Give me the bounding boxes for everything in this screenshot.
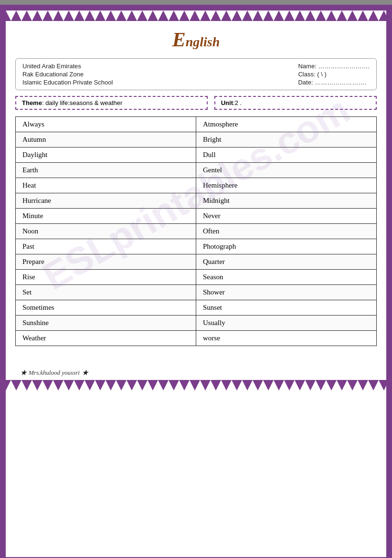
- vocab-word-right: Dull: [196, 147, 377, 163]
- vocab-word-right: worse: [196, 331, 377, 346]
- table-row: AlwaysAtmosphere: [16, 117, 377, 132]
- top-border: [6, 11, 386, 21]
- star-icon-right: ★: [82, 368, 88, 377]
- info-line-3: Islamic Education Private School: [22, 79, 113, 86]
- info-class: Class: ( \ ): [298, 71, 370, 78]
- theme-value: daily life:seasons & weather: [44, 99, 123, 106]
- unit-value: 2 .: [235, 99, 242, 106]
- vocab-word-left: Minute: [16, 209, 196, 224]
- info-line-2: Rak Educational Zone: [22, 71, 113, 78]
- bottom-border: [6, 380, 386, 390]
- info-box: United Arab Emirates Rak Educational Zon…: [15, 58, 377, 90]
- unit-box: Unit:2 .: [214, 96, 377, 110]
- header-letter: E: [172, 29, 186, 51]
- vocab-word-left: Autumn: [16, 132, 196, 147]
- theme-box: Theme: daily life:seasons & weather: [15, 96, 208, 110]
- table-row: NoonOften: [16, 224, 377, 239]
- vocab-word-right: Bright: [196, 132, 377, 147]
- info-name: Name: …………………….: [298, 63, 370, 70]
- table-row: DaylightDull: [16, 147, 377, 163]
- vocab-word-right: Photograph: [196, 239, 377, 254]
- vocab-word-left: Weather: [16, 331, 196, 346]
- vocab-word-right: Season: [196, 270, 377, 285]
- vocab-word-left: Hurricane: [16, 193, 196, 209]
- vocabulary-table: AlwaysAtmosphereAutumnBrightDaylightDull…: [15, 116, 377, 346]
- table-row: PrepareQuarter: [16, 254, 377, 270]
- vocab-word-left: Always: [16, 117, 196, 132]
- page: ESLprintables.com English United Arab Em…: [0, 5, 392, 558]
- info-left: United Arab Emirates Rak Educational Zon…: [22, 63, 113, 86]
- vocab-word-left: Sunshine: [16, 316, 196, 331]
- vocab-word-left: Noon: [16, 224, 196, 239]
- table-row: SometimesSunset: [16, 300, 377, 316]
- vocab-word-left: Rise: [16, 270, 196, 285]
- vocab-word-left: Prepare: [16, 254, 196, 270]
- vocab-word-right: Never: [196, 209, 377, 224]
- footer: ★ Mrs.khulood youssri ★: [6, 365, 386, 380]
- star-icon-left: ★: [20, 368, 27, 377]
- theme-label: Theme: [22, 99, 42, 106]
- theme-unit-row: Theme: daily life:seasons & weather Unit…: [15, 96, 377, 110]
- vocab-word-right: Often: [196, 224, 377, 239]
- table-row: EarthGentel: [16, 163, 377, 178]
- vocab-word-right: Hemisphere: [196, 178, 377, 193]
- vocab-word-right: Atmosphere: [196, 117, 377, 132]
- vocab-word-right: Sunset: [196, 300, 377, 316]
- vocab-word-left: Heat: [16, 178, 196, 193]
- vocab-word-right: Gentel: [196, 163, 377, 178]
- table-row: Weatherworse: [16, 331, 377, 346]
- vocab-word-right: Shower: [196, 285, 377, 300]
- vocab-word-right: Usually: [196, 316, 377, 331]
- table-row: AutumnBright: [16, 132, 377, 147]
- vocab-word-left: Daylight: [16, 147, 196, 163]
- table-row: SunshineUsually: [16, 316, 377, 331]
- table-row: PastPhotograph: [16, 239, 377, 254]
- unit-label: Unit: [221, 99, 233, 106]
- vocab-word-right: Midnight: [196, 193, 377, 209]
- vocab-word-left: Set: [16, 285, 196, 300]
- info-line-1: United Arab Emirates: [22, 63, 113, 70]
- table-row: SetShower: [16, 285, 377, 300]
- vocab-word-left: Earth: [16, 163, 196, 178]
- table-row: RiseSeason: [16, 270, 377, 285]
- vocab-word-right: Quarter: [196, 254, 377, 270]
- info-date: Date: …………………….: [298, 79, 370, 86]
- info-right: Name: ……………………. Class: ( \ ) Date: ………………: [298, 63, 370, 86]
- vocab-word-left: Past: [16, 239, 196, 254]
- footer-text: Mrs.khulood youssri: [29, 369, 80, 377]
- table-row: HurricaneMidnight: [16, 193, 377, 209]
- table-row: HeatHemisphere: [16, 178, 377, 193]
- header: English: [15, 26, 377, 53]
- header-rest: nglish: [186, 34, 220, 49]
- vocab-word-left: Sometimes: [16, 300, 196, 316]
- table-row: MinuteNever: [16, 209, 377, 224]
